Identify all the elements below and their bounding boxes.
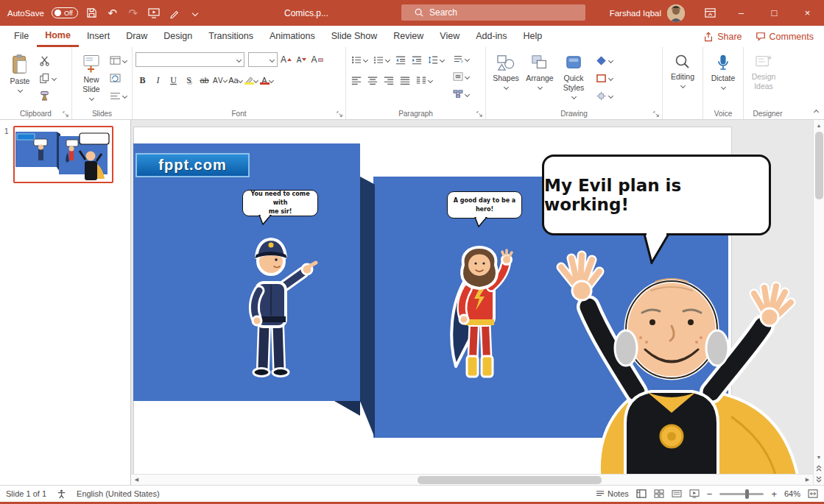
align-left-button[interactable] xyxy=(349,73,364,88)
scroll-down-icon[interactable]: ▼ xyxy=(814,452,824,463)
grow-font-button[interactable]: A xyxy=(279,52,293,67)
villain-character[interactable] xyxy=(548,246,802,485)
superhero-character[interactable] xyxy=(441,227,518,383)
present-from-beginning-button[interactable] xyxy=(147,7,161,20)
editing-button[interactable]: Editing xyxy=(666,51,700,107)
font-size-combo[interactable] xyxy=(248,52,278,67)
clipboard-dialog-launcher-icon[interactable] xyxy=(63,111,69,118)
shapes-button[interactable]: Shapes xyxy=(489,51,523,107)
align-center-button[interactable] xyxy=(365,73,380,88)
tab-slide-show[interactable]: Slide Show xyxy=(323,26,386,47)
pen-input-button[interactable] xyxy=(168,7,181,20)
fppt-logo[interactable]: fppt.com xyxy=(135,153,250,177)
slide-indicator[interactable]: Slide 1 of 1 xyxy=(6,489,46,498)
text-shadow-button[interactable]: S xyxy=(182,73,196,88)
normal-view-button[interactable] xyxy=(636,489,647,498)
police-speech-bubble[interactable]: You need to come with me sir! xyxy=(242,190,318,216)
zoom-in-button[interactable]: + xyxy=(771,489,777,500)
shape-outline-button[interactable] xyxy=(594,71,615,85)
slide-layout-button[interactable] xyxy=(108,53,129,68)
autosave-toggle[interactable]: Off xyxy=(52,7,78,18)
clear-formatting-button[interactable]: A xyxy=(310,52,324,67)
font-name-combo[interactable] xyxy=(135,52,244,67)
tab-transitions[interactable]: Transitions xyxy=(200,26,261,47)
language-indicator[interactable]: English (United States) xyxy=(77,489,160,498)
columns-button[interactable] xyxy=(414,73,434,88)
save-button[interactable] xyxy=(85,7,99,20)
paste-button[interactable]: Paste xyxy=(3,51,37,107)
tab-draw[interactable]: Draw xyxy=(118,26,155,47)
new-slide-button[interactable]: New Slide xyxy=(75,51,108,107)
increase-indent-button[interactable] xyxy=(409,52,424,67)
design-ideas-button[interactable]: Design Ideas xyxy=(747,51,781,107)
scroll-up-icon[interactable]: ▲ xyxy=(814,120,824,131)
next-slide-button[interactable] xyxy=(814,474,824,485)
paragraph-dialog-launcher-icon[interactable] xyxy=(476,111,483,118)
section-button[interactable] xyxy=(108,88,129,103)
tab-review[interactable]: Review xyxy=(385,26,432,47)
line-spacing-button[interactable] xyxy=(426,52,446,67)
zoom-slider[interactable] xyxy=(719,493,764,495)
customize-qat-chevron-icon[interactable] xyxy=(189,7,202,20)
slide-thumbnail-image[interactable] xyxy=(13,126,113,183)
tab-help[interactable]: Help xyxy=(515,26,551,47)
align-text-button[interactable] xyxy=(451,69,471,84)
underline-button[interactable]: U xyxy=(166,73,180,88)
convert-to-smartart-button[interactable] xyxy=(451,87,471,102)
decrease-indent-button[interactable] xyxy=(393,52,408,67)
redo-button[interactable]: ↷ xyxy=(127,7,140,20)
slide-thumbnail-1[interactable]: 1 xyxy=(4,126,113,183)
collapse-ribbon-icon[interactable] xyxy=(814,106,818,116)
user-avatar[interactable] xyxy=(667,4,685,22)
share-button[interactable]: Share xyxy=(703,32,742,42)
slide-sorter-view-button[interactable] xyxy=(654,489,664,498)
horizontal-scrollbar[interactable]: ◀ ▶ xyxy=(131,474,813,485)
minimize-button[interactable]: – xyxy=(725,0,758,26)
tab-design[interactable]: Design xyxy=(155,26,200,47)
bullets-button[interactable] xyxy=(349,52,370,67)
maximize-button[interactable]: □ xyxy=(758,0,791,26)
fit-slide-to-window-button[interactable] xyxy=(808,489,818,498)
tab-view[interactable]: View xyxy=(432,26,468,47)
villain-speech-bubble[interactable]: My Evil plan is working! xyxy=(542,155,771,235)
previous-slide-button[interactable] xyxy=(814,463,824,474)
align-right-button[interactable] xyxy=(381,73,396,88)
copy-button[interactable] xyxy=(37,71,58,85)
dictate-button[interactable]: Dictate xyxy=(706,51,740,107)
search-box[interactable]: Search xyxy=(401,4,585,21)
shape-fill-button[interactable] xyxy=(594,53,615,68)
format-painter-button[interactable] xyxy=(37,88,58,103)
font-dialog-launcher-icon[interactable] xyxy=(337,111,343,118)
justify-button[interactable] xyxy=(398,73,412,88)
tab-home[interactable]: Home xyxy=(37,26,79,47)
cut-button[interactable] xyxy=(37,53,58,68)
character-spacing-button[interactable]: AV xyxy=(213,73,227,88)
highlight-color-button[interactable] xyxy=(244,73,258,88)
strikethrough-button[interactable]: ab xyxy=(197,73,211,88)
user-name[interactable]: Farshad Iqbal xyxy=(610,9,661,18)
tab-animations[interactable]: Animations xyxy=(261,26,323,47)
quick-styles-button[interactable]: Quick Styles xyxy=(557,51,591,107)
change-case-button[interactable]: Aa xyxy=(228,73,242,88)
shrink-font-button[interactable]: A xyxy=(295,52,309,67)
zoom-slider-thumb[interactable] xyxy=(745,489,749,499)
scroll-left-icon[interactable]: ◀ xyxy=(131,477,142,483)
comments-button[interactable]: Comments xyxy=(756,32,814,42)
slide-editing-canvas[interactable]: fppt.com xyxy=(131,120,813,485)
reading-view-button[interactable] xyxy=(672,489,682,498)
slide-show-view-button[interactable] xyxy=(689,489,700,498)
italic-button[interactable]: I xyxy=(151,73,165,88)
scroll-right-icon[interactable]: ▶ xyxy=(802,477,813,483)
shape-effects-button[interactable] xyxy=(594,88,615,103)
accessibility-icon[interactable] xyxy=(57,489,66,499)
undo-button[interactable]: ↶ xyxy=(106,7,119,20)
policeman-character[interactable] xyxy=(224,221,327,379)
ribbon-display-options-icon[interactable] xyxy=(695,0,725,26)
reset-slide-button[interactable] xyxy=(108,71,129,85)
bold-button[interactable]: B xyxy=(135,73,149,88)
zoom-out-button[interactable]: − xyxy=(707,489,713,500)
text-direction-button[interactable] xyxy=(451,52,471,66)
numbering-button[interactable] xyxy=(371,52,392,67)
zoom-level[interactable]: 64% xyxy=(784,489,800,498)
horizontal-scroll-thumb[interactable] xyxy=(418,476,602,484)
